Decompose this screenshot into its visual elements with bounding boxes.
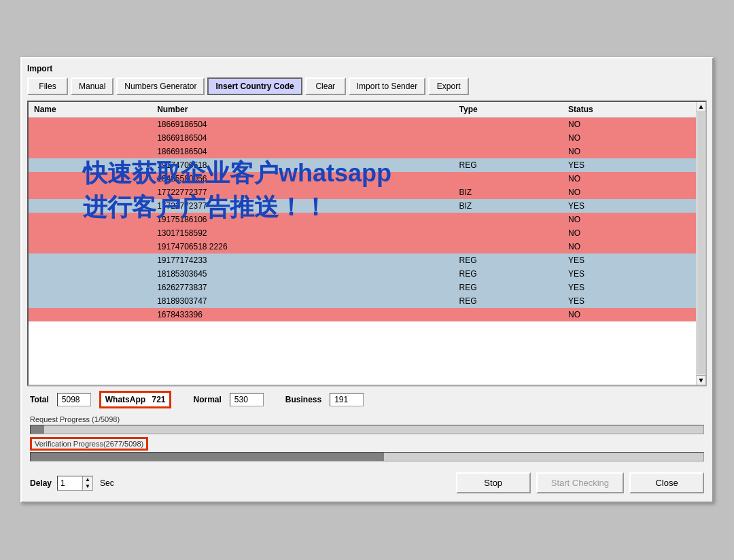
toolbar-btn-clear[interactable]: Clear [305,77,346,95]
cell-name-9 [29,240,152,253]
cell-number-12: 16262773837 [152,281,453,294]
cell-status-14: NO [563,308,696,321]
cell-name-6 [29,199,152,213]
cell-type-1 [454,131,563,145]
cell-status-9: NO [563,240,696,253]
table-header-row: NameNumberTypeStatus [29,102,696,118]
verification-progress-track [30,452,704,461]
section-label: Import [27,64,707,73]
cell-name-0 [29,118,152,132]
scroll-up-btn[interactable]: ▲ [697,102,705,111]
cell-status-4: NO [563,172,696,186]
cell-name-8 [29,226,152,240]
table-container[interactable]: 快速获取企业客户whatsapp 进行客户广告推送！！ NameNumberTy… [29,102,696,387]
table-row: 18669186504NO [29,131,696,145]
table-row: 1678433396NO [29,308,696,321]
whatsapp-label: WhatsApp [105,395,145,404]
delay-input-wrap: ▲ ▼ [57,476,93,491]
cell-status-6: YES [563,199,696,213]
cell-type-5: BIZ [454,186,563,199]
cell-number-14: 1678433396 [152,308,453,321]
cell-number-9: 19174706518 2226 [152,240,453,253]
table-row: 19174706518 2226NO [29,240,696,253]
cell-type-11: REG [454,267,563,281]
cell-number-2: 18669186504 [152,145,453,158]
cell-status-0: NO [563,118,696,132]
cell-status-5: NO [563,186,696,199]
delay-down-btn[interactable]: ▼ [83,483,92,490]
table-row: 18189303747REGYES [29,294,696,308]
delay-spinner[interactable]: ▲ ▼ [82,476,92,490]
verification-progress-label: Verification Progress(2677/5098) [30,437,148,451]
table-row: 17722772377BIZNO [29,186,696,199]
verification-progress-fill [31,453,384,461]
col-header-name: Name [29,102,152,118]
progress-section: Request Progress (1/5098) Verification P… [27,413,707,467]
scroll-down-btn[interactable]: ▼ [697,375,705,385]
cell-name-4 [29,172,152,186]
close-button[interactable]: Close [629,472,704,493]
table-row: 10485580056NO [29,172,696,186]
cell-status-12: YES [563,281,696,294]
bottom-row: Delay ▲ ▼ Sec Stop Start Checking Close [27,467,707,496]
cell-number-10: 19177174233 [152,253,453,267]
toolbar-btn-numbers-generator[interactable]: Numbers Generator [116,77,205,95]
stats-row: Total 5098 WhatsApp 721 Normal 530 Busin… [27,386,707,413]
request-progress-track [30,425,704,434]
table-row: 16262773837REGYES [29,281,696,294]
delay-up-btn[interactable]: ▲ [83,476,92,483]
cell-type-4 [454,172,563,186]
cell-type-14 [454,308,563,321]
request-progress-fill [31,425,44,434]
delay-input[interactable] [58,477,82,489]
business-label: Business [285,395,321,404]
table-row: 19177174233REGYES [29,253,696,267]
start-checking-button[interactable]: Start Checking [536,472,624,493]
request-progress-label: Request Progress (1/5098) [30,415,704,423]
table-row: 19175186106NO [29,213,696,226]
cell-type-7 [454,213,563,226]
cell-number-5: 17722772377 [152,186,453,199]
cell-type-6: BIZ [454,199,563,213]
col-header-type: Type [454,102,563,118]
cell-status-1: NO [563,131,696,145]
cell-name-13 [29,294,152,308]
cell-number-0: 18669186504 [152,118,453,132]
main-window: Import FilesManualNumbers GeneratorInser… [20,57,714,503]
scrollbar[interactable]: ▲ ▼ [696,102,705,385]
normal-label: Normal [193,395,221,404]
table-body: 18669186504NO18669186504NO18669186504NO1… [29,118,696,322]
toolbar-btn-files[interactable]: Files [27,77,68,95]
whatsapp-value: 721 [152,395,165,404]
table-row: 18669186504NO [29,118,696,132]
total-value: 5098 [57,393,91,406]
cell-name-7 [29,213,152,226]
cell-type-12: REG [454,281,563,294]
toolbar-btn-import-to-sender[interactable]: Import to Sender [349,77,425,95]
cell-status-11: YES [563,267,696,281]
cell-name-11 [29,267,152,281]
table-row: 13017158592NO [29,226,696,240]
cell-name-10 [29,253,152,267]
cell-type-0 [454,118,563,132]
toolbar-btn-export[interactable]: Export [428,77,469,95]
total-label: Total [30,395,49,404]
cell-type-13: REG [454,294,563,308]
table-row: 18185303645REGYES [29,267,696,281]
cell-name-5 [29,186,152,199]
toolbar-btn-insert-country-code[interactable]: Insert Country Code [207,77,302,95]
cell-type-9 [454,240,563,253]
sec-label: Sec [100,478,114,488]
col-header-number: Number [152,102,453,118]
cell-status-13: YES [563,294,696,308]
cell-status-7: NO [563,213,696,226]
stop-button[interactable]: Stop [456,472,531,493]
cell-type-2 [454,145,563,158]
cell-number-7: 19175186106 [152,213,453,226]
whatsapp-block: WhatsApp 721 [99,391,172,408]
toolbar-btn-manual[interactable]: Manual [71,77,113,95]
table-row: 19174706518REGYES [29,158,696,172]
cell-number-13: 18189303747 [152,294,453,308]
cell-status-8: NO [563,226,696,240]
cell-number-1: 18669186504 [152,131,453,145]
